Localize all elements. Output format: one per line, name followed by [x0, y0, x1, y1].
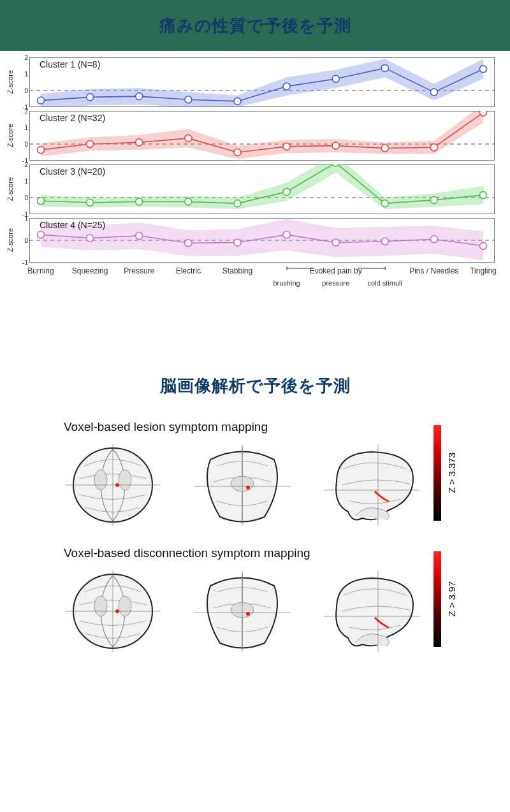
brain-images-1 — [51, 440, 433, 530]
svg-point-69 — [115, 609, 119, 613]
svg-point-5 — [136, 93, 143, 100]
svg-point-34 — [283, 188, 290, 195]
svg-point-4 — [87, 94, 94, 101]
cluster-svg-1: Cluster 1 (N=8) — [29, 57, 495, 107]
xlabel-sub-brushing: brushing — [273, 279, 300, 287]
svg-point-37 — [430, 196, 437, 203]
y-ticks: -1012 — [17, 164, 29, 214]
y-ticks: -1012 — [17, 57, 29, 107]
colorbar-gradient-icon — [433, 551, 441, 647]
svg-point-54 — [119, 470, 131, 490]
cluster-panel-1: Z-score -1012 Cluster 1 (N=8) — [6, 57, 497, 107]
brain-row-title-2: Voxel-based disconnection symptom mappin… — [64, 546, 433, 560]
xlabel-electric: Electric — [176, 266, 201, 275]
xlabel-stabbing: Stabbing — [222, 266, 252, 275]
evoked-pain-label: Evoked pain by — [310, 266, 362, 275]
brain-coronal-icon — [188, 440, 296, 530]
section-spacer — [0, 311, 510, 362]
xlabel-tingling: Tingling — [470, 266, 497, 275]
cluster-label-2: Cluster 2 (N=32) — [40, 113, 105, 123]
svg-point-17 — [87, 141, 94, 148]
svg-point-43 — [87, 235, 94, 242]
svg-point-46 — [234, 239, 241, 246]
section2-title: 脳画像解析で予後を予測 — [0, 362, 510, 416]
svg-point-7 — [234, 98, 241, 105]
svg-point-18 — [136, 139, 143, 146]
cluster-panel-4: Z-score -101 Cluster 4 (N=25) — [6, 218, 497, 263]
svg-point-22 — [332, 142, 339, 149]
svg-point-30 — [87, 199, 94, 206]
brain-row-1: Voxel-based lesion symptom mapping Z > 3… — [51, 416, 459, 530]
x-axis-labels: BurningSqueezingPressureElectricStabbing… — [29, 266, 495, 305]
svg-point-38 — [480, 192, 487, 199]
svg-point-9 — [332, 75, 339, 82]
svg-point-11 — [430, 89, 437, 96]
cluster-label-3: Cluster 3 (N=20) — [40, 166, 105, 177]
xlabel-burning: Burning — [27, 266, 54, 275]
svg-point-51 — [480, 242, 487, 249]
xlabel-squeezing: Squeezing — [72, 266, 108, 275]
svg-point-21 — [283, 143, 290, 150]
colorbar-label-2: Z > 3.97 — [446, 581, 457, 616]
svg-point-65 — [94, 596, 107, 616]
colorbar-gradient-icon — [433, 425, 441, 521]
brain-figure-block: Voxel-based lesion symptom mapping Z > 3… — [51, 416, 459, 656]
brain-axial-icon — [59, 567, 167, 656]
brain-axial-icon — [59, 440, 167, 530]
brain-sagittal-icon — [317, 567, 426, 656]
svg-point-31 — [136, 198, 143, 205]
svg-point-50 — [430, 236, 437, 243]
brain-row-2: Voxel-based disconnection symptom mappin… — [51, 542, 459, 656]
cluster-label-1: Cluster 1 (N=8) — [40, 59, 100, 69]
y-ticks: -1012 — [17, 111, 29, 161]
svg-point-32 — [185, 198, 192, 205]
svg-point-53 — [94, 470, 107, 490]
cluster-label-4: Cluster 4 (N=25) — [40, 220, 105, 230]
svg-point-12 — [480, 66, 487, 73]
svg-point-48 — [332, 239, 339, 246]
svg-point-33 — [234, 200, 241, 207]
xlabel-sub-cold-stimuli: cold stimuli — [368, 279, 402, 287]
cluster-svg-4: Cluster 4 (N=25) — [29, 218, 495, 263]
section1-banner: 痛みの性質で予後を予測 — [0, 0, 510, 51]
cluster-panel-2: Z-score -1012 Cluster 2 (N=32) — [6, 111, 497, 161]
colorbar-2: Z > 3.97 — [433, 551, 459, 647]
svg-marker-15 — [41, 111, 483, 159]
xlabel-pressure: Pressure — [124, 266, 154, 275]
svg-point-20 — [234, 149, 241, 156]
y-axis-label: Z-score — [6, 124, 17, 147]
svg-point-19 — [185, 134, 192, 141]
y-axis-label: Z-score — [6, 177, 17, 201]
svg-marker-2 — [41, 59, 483, 107]
y-axis-label: Z-score — [6, 228, 17, 252]
svg-point-49 — [381, 238, 388, 245]
svg-point-29 — [38, 198, 45, 205]
brain-row-title-1: Voxel-based lesion symptom mapping — [64, 420, 433, 434]
svg-point-25 — [480, 111, 487, 116]
cluster-svg-2: Cluster 2 (N=32) — [29, 111, 495, 161]
xlabel-pins-needles: Pins / Needles — [409, 266, 458, 275]
svg-point-23 — [381, 145, 388, 152]
xlabel-sub-pressure: pressure — [322, 279, 349, 287]
svg-point-45 — [185, 240, 192, 247]
svg-point-8 — [283, 83, 290, 90]
brain-coronal-icon — [188, 567, 296, 656]
svg-point-61 — [246, 486, 250, 489]
svg-point-10 — [381, 64, 388, 71]
brain-images-2 — [51, 567, 433, 656]
svg-point-3 — [38, 97, 45, 104]
svg-point-24 — [430, 144, 437, 151]
svg-point-47 — [283, 231, 290, 238]
clusters-chart-block: Z-score -1012 Cluster 1 (N=8) Z-score -1… — [0, 51, 510, 311]
svg-point-6 — [185, 96, 192, 103]
svg-point-57 — [115, 483, 119, 487]
svg-point-44 — [136, 233, 143, 240]
cluster-svg-3: Cluster 3 (N=20) — [29, 164, 495, 214]
svg-point-36 — [381, 200, 388, 207]
svg-point-16 — [38, 147, 45, 154]
brain-sagittal-icon — [317, 440, 426, 530]
y-ticks: -101 — [17, 218, 29, 263]
colorbar-1: Z > 3.373 — [433, 425, 459, 521]
svg-point-42 — [38, 231, 45, 238]
svg-point-66 — [119, 596, 131, 616]
